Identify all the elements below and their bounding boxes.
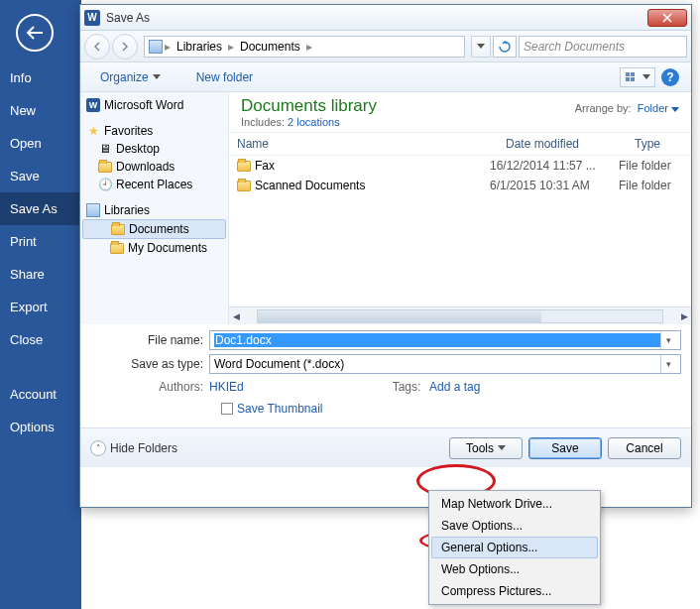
menu-options[interactable]: Options bbox=[0, 411, 81, 443]
cancel-button[interactable]: Cancel bbox=[608, 437, 681, 459]
star-icon: ★ bbox=[86, 124, 100, 138]
close-button[interactable] bbox=[647, 9, 687, 27]
back-button[interactable] bbox=[16, 14, 54, 52]
file-row[interactable]: Fax 16/12/2014 11:57 ... File folder bbox=[229, 156, 691, 176]
menu-save[interactable]: Save bbox=[0, 160, 81, 192]
refresh-button[interactable] bbox=[493, 36, 517, 58]
menu-open[interactable]: Open bbox=[0, 127, 81, 160]
menu-account[interactable]: Account bbox=[0, 378, 81, 411]
downloads-icon bbox=[98, 160, 112, 174]
save-thumbnail-checkbox[interactable] bbox=[221, 403, 233, 415]
save-form: File name: Doc1.docx▾ Save as type: Word… bbox=[80, 324, 691, 427]
nav-bar: ▸ Libraries ▸ Documents ▸ Search Documen… bbox=[80, 31, 691, 62]
new-folder-button[interactable]: New folder bbox=[188, 66, 261, 88]
folder-icon bbox=[110, 241, 124, 255]
libraries-icon bbox=[86, 203, 100, 217]
save-as-dialog: W Save As ▸ Libraries ▸ Documents ▸ Sear… bbox=[79, 4, 692, 508]
menu-new[interactable]: New bbox=[0, 94, 81, 127]
authors-label: Authors: bbox=[148, 380, 209, 394]
search-input[interactable]: Search Documents bbox=[519, 36, 687, 58]
svg-rect-1 bbox=[631, 72, 635, 76]
libraries-icon bbox=[149, 40, 163, 54]
desktop-icon: 🖥 bbox=[98, 142, 112, 156]
tools-dropdown-menu: Map Network Drive... Save Options... Gen… bbox=[428, 490, 601, 605]
nav-tree: WMicrosoft Word ★Favorites 🖥Desktop Down… bbox=[80, 92, 229, 324]
organize-button[interactable]: Organize bbox=[92, 66, 169, 88]
tree-downloads[interactable]: Downloads bbox=[80, 158, 228, 176]
svg-rect-3 bbox=[631, 77, 635, 81]
nav-back[interactable] bbox=[84, 34, 110, 60]
col-date[interactable]: Date modified bbox=[498, 133, 627, 155]
titlebar: W Save As bbox=[80, 5, 691, 31]
folder-icon bbox=[237, 181, 251, 191]
file-row[interactable]: Scanned Documents 6/1/2015 10:31 AM File… bbox=[229, 176, 691, 195]
menu-print[interactable]: Print bbox=[0, 225, 81, 258]
arrange-value[interactable]: Folder bbox=[638, 102, 679, 114]
library-title: Documents library bbox=[241, 96, 575, 116]
tree-desktop[interactable]: 🖥Desktop bbox=[80, 140, 228, 158]
col-type[interactable]: Type bbox=[627, 133, 691, 155]
tools-general-options[interactable]: General Options... bbox=[431, 537, 598, 558]
tools-compress-pictures[interactable]: Compress Pictures... bbox=[431, 580, 598, 602]
dialog-title: Save As bbox=[106, 11, 647, 25]
breadcrumb-bar[interactable]: ▸ Libraries ▸ Documents ▸ bbox=[144, 36, 465, 58]
tools-web-options[interactable]: Web Options... bbox=[431, 558, 598, 580]
save-thumbnail-label: Save Thumbnail bbox=[237, 402, 323, 416]
tags-label: Tags: bbox=[393, 380, 427, 394]
chevron-up-icon: ˄ bbox=[90, 440, 106, 456]
documents-icon bbox=[111, 222, 125, 236]
toolbar: Organize New folder ? bbox=[80, 62, 691, 92]
tree-ms-word[interactable]: WMicrosoft Word bbox=[80, 96, 228, 114]
crumb-documents[interactable]: Documents bbox=[236, 40, 304, 54]
recent-icon: 🕘 bbox=[98, 178, 112, 191]
arrange-by: Arrange by: Folder bbox=[575, 96, 679, 114]
tools-button[interactable]: Tools bbox=[449, 437, 523, 459]
tools-save-options[interactable]: Save Options... bbox=[431, 515, 598, 537]
menu-share[interactable]: Share bbox=[0, 258, 81, 291]
locations-link[interactable]: 2 locations bbox=[288, 116, 340, 128]
crumb-libraries[interactable]: Libraries bbox=[173, 40, 226, 54]
word-icon: W bbox=[86, 98, 100, 112]
tags-value[interactable]: Add a tag bbox=[429, 380, 480, 394]
tree-favorites[interactable]: ★Favorites bbox=[80, 122, 228, 140]
word-icon: W bbox=[84, 10, 100, 26]
tree-my-documents[interactable]: My Documents bbox=[80, 239, 228, 257]
folder-icon bbox=[237, 161, 251, 172]
svg-rect-2 bbox=[626, 77, 630, 81]
library-subtitle: Includes: 2 locations bbox=[241, 116, 575, 128]
help-button[interactable]: ? bbox=[661, 68, 679, 86]
tools-map-network-drive[interactable]: Map Network Drive... bbox=[431, 493, 598, 515]
backstage-menu: Info New Open Save Save As Print Share E… bbox=[0, 61, 81, 443]
authors-value[interactable]: HKIEd bbox=[209, 380, 244, 394]
file-name-input[interactable]: Doc1.docx▾ bbox=[209, 330, 681, 350]
menu-info[interactable]: Info bbox=[0, 61, 81, 94]
nav-forward[interactable] bbox=[112, 34, 138, 60]
view-button[interactable] bbox=[620, 67, 655, 87]
svg-rect-0 bbox=[626, 72, 630, 76]
file-list-pane: Documents library Includes: 2 locations … bbox=[229, 92, 691, 324]
file-name-label: File name: bbox=[90, 333, 209, 347]
menu-export[interactable]: Export bbox=[0, 291, 81, 323]
menu-close[interactable]: Close bbox=[0, 323, 81, 356]
horizontal-scrollbar[interactable]: ◀ ▶ bbox=[229, 306, 691, 324]
dropdown-icon[interactable]: ▾ bbox=[660, 331, 676, 349]
dropdown-icon[interactable]: ▾ bbox=[660, 355, 676, 373]
column-headers[interactable]: Name Date modified Type bbox=[229, 133, 691, 156]
col-name[interactable]: Name bbox=[229, 133, 498, 155]
tree-libraries[interactable]: Libraries bbox=[80, 201, 228, 219]
dialog-footer: ˄ Hide Folders Tools Save Cancel bbox=[80, 427, 691, 467]
tree-documents[interactable]: Documents bbox=[82, 219, 226, 239]
menu-save-as[interactable]: Save As bbox=[0, 192, 81, 225]
crumb-dropdown[interactable] bbox=[471, 36, 491, 58]
word-backstage-panel: Info New Open Save Save As Print Share E… bbox=[0, 0, 81, 609]
save-button[interactable]: Save bbox=[528, 437, 602, 459]
save-type-label: Save as type: bbox=[90, 357, 209, 371]
tree-recent[interactable]: 🕘Recent Places bbox=[80, 176, 228, 193]
save-type-select[interactable]: Word Document (*.docx)▾ bbox=[209, 354, 681, 374]
hide-folders-button[interactable]: ˄ Hide Folders bbox=[90, 440, 177, 456]
